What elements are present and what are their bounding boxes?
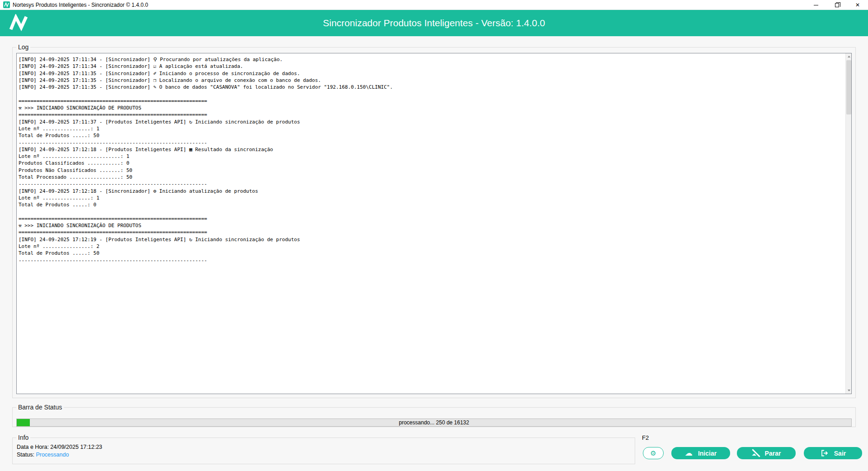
cloud-slash-icon: ☁ xyxy=(752,449,760,457)
log-line xyxy=(19,209,844,215)
gear-icon: ⚙ xyxy=(650,449,656,457)
log-line xyxy=(19,90,844,97)
page-title: Sincronizador Produtos Inteligentes - Ve… xyxy=(0,10,868,36)
titlebar: Nortesys Produtos Inteligentes - Sincron… xyxy=(0,0,868,10)
hotkey-f2-label: F2 xyxy=(642,434,649,441)
stop-button[interactable]: ☁ Parar xyxy=(737,447,796,459)
progress-bar: processando... 250 de 16132 xyxy=(16,419,852,427)
log-line: Lote nº ................: 1 xyxy=(19,195,844,201)
scroll-down-icon[interactable] xyxy=(846,387,852,394)
log-line: [INFO] 24-09-2025 17:11:34 - [Sincroniza… xyxy=(19,63,844,70)
log-scrollbar[interactable] xyxy=(845,53,851,394)
log-line: [INFO] 24-09-2025 17:12:19 - [Produtos I… xyxy=(19,236,844,243)
window-title: Nortesys Produtos Inteligentes - Sincron… xyxy=(13,2,148,8)
cloud-icon: ☁ xyxy=(685,449,693,457)
scrollbar-thumb[interactable] xyxy=(846,60,851,114)
log-line: [INFO] 24-09-2025 17:11:34 - [Sincroniza… xyxy=(19,56,844,63)
log-line: [INFO] 24-09-2025 17:11:35 - [Sincroniza… xyxy=(19,77,844,84)
app-window: Nortesys Produtos Inteligentes - Sincron… xyxy=(0,0,868,471)
log-line: [INFO] 24-09-2025 17:12:18 - [Produtos I… xyxy=(19,146,844,153)
log-line: ========================================… xyxy=(19,111,844,118)
app-header: Sincronizador Produtos Inteligentes - Ve… xyxy=(0,10,868,36)
exit-button-label: Sair xyxy=(834,450,846,457)
stop-button-label: Parar xyxy=(765,450,781,457)
datetime-value: 24/09/2025 17:12:23 xyxy=(50,444,102,450)
log-line: Total de Produtos .....: 50 xyxy=(19,250,844,257)
status-value: Processando xyxy=(36,452,69,458)
status-line: Status: Processando xyxy=(17,451,102,459)
log-textarea[interactable]: [INFO] 24-09-2025 17:11:34 - [Sincroniza… xyxy=(16,53,852,394)
log-line: ----------------------------------------… xyxy=(19,139,844,146)
log-line: Produtos Não Classificados .......: 50 xyxy=(19,167,844,174)
log-line: ⚒ >>> INICIANDO SINCRONIZAÇÃO DE PRODUTO… xyxy=(19,222,844,229)
log-line: Total de Produtos .....: 0 xyxy=(19,201,844,208)
app-logo-icon xyxy=(3,1,10,8)
log-line: Lote nº ..........................: 1 xyxy=(19,153,844,160)
exit-button[interactable]: Sair xyxy=(804,447,862,459)
window-controls: ✕ xyxy=(806,0,868,10)
maximize-restore-button-icon[interactable] xyxy=(826,0,847,10)
log-line: [INFO] 24-09-2025 17:11:35 - [Sincroniza… xyxy=(19,84,844,90)
log-line: ----------------------------------------… xyxy=(19,257,844,264)
info-group-label: Info xyxy=(16,434,30,442)
log-line: Total Processado .................: 50 xyxy=(19,174,844,181)
log-line: Lote nº ................: 2 xyxy=(19,243,844,250)
log-line: Produtos Classificados ...........: 0 xyxy=(19,160,844,167)
log-line: Lote nº ................: 1 xyxy=(19,125,844,132)
log-line: ----------------------------------------… xyxy=(19,181,844,187)
close-button-icon[interactable]: ✕ xyxy=(847,0,868,10)
datetime-line: Data e Hora: 24/09/2025 17:12:23 xyxy=(17,443,102,451)
log-line: [INFO] 24-09-2025 17:11:37 - [Produtos I… xyxy=(19,119,844,125)
log-line: ⚒ >>> INICIANDO SINCRONIZAÇÃO DE PRODUTO… xyxy=(19,105,844,111)
settings-button[interactable]: ⚙ xyxy=(643,447,664,459)
info-groupbox: Info Data e Hora: 24/09/2025 17:12:23 St… xyxy=(12,438,635,464)
log-group-label: Log xyxy=(16,43,30,51)
start-button[interactable]: ☁ Iniciar xyxy=(671,447,730,459)
log-line: ========================================… xyxy=(19,215,844,222)
info-lines: Data e Hora: 24/09/2025 17:12:23 Status:… xyxy=(17,443,102,459)
log-line: ========================================… xyxy=(19,229,844,236)
log-content: [INFO] 24-09-2025 17:11:34 - [Sincroniza… xyxy=(17,53,845,394)
log-line: ========================================… xyxy=(19,98,844,105)
log-line: [INFO] 24-09-2025 17:12:18 - [Sincroniza… xyxy=(19,188,844,195)
statusbar-group-label: Barra de Status xyxy=(16,404,64,411)
log-line: [INFO] 24-09-2025 17:11:35 - [Sincroniza… xyxy=(19,70,844,77)
start-button-label: Iniciar xyxy=(698,450,717,457)
statusbar-groupbox: Barra de Status processando... 250 de 16… xyxy=(12,407,856,427)
log-line: Total de Produtos .....: 50 xyxy=(19,132,844,139)
scroll-up-icon[interactable] xyxy=(846,53,852,60)
logout-icon xyxy=(820,449,829,457)
minimize-button-icon[interactable] xyxy=(806,0,826,10)
progress-text: processando... 250 de 16132 xyxy=(17,419,851,426)
log-groupbox: Log [INFO] 24-09-2025 17:11:34 - [Sincro… xyxy=(12,47,856,398)
